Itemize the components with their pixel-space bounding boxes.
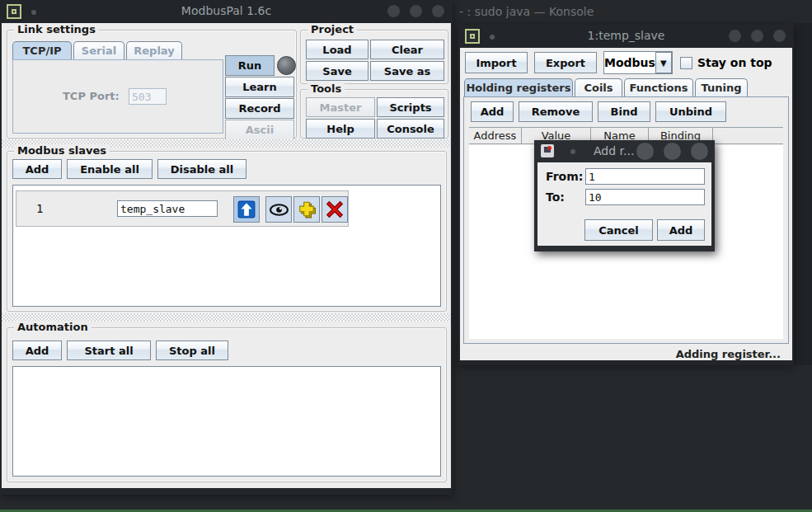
modbus-slaves-title: Modbus slaves <box>14 144 110 157</box>
maximize-button[interactable] <box>410 5 422 17</box>
implementation-combobox[interactable]: Modbus ▼ <box>603 51 673 74</box>
project-title: Project <box>307 23 357 35</box>
minimize-button[interactable] <box>387 5 400 17</box>
dialog-app-icon <box>541 144 554 157</box>
dialog-minimize-button[interactable] <box>636 143 654 160</box>
slave-id: 1 <box>36 202 43 215</box>
tcp-port-label: TCP Port: <box>63 90 120 102</box>
close-button[interactable] <box>432 5 444 17</box>
stay-on-top-label: Stay on top <box>697 56 772 69</box>
tcpip-tab-panel: TCP Port: 503 <box>12 59 223 134</box>
dialog-cancel-button[interactable]: Cancel <box>584 219 653 241</box>
export-button[interactable]: Export <box>534 52 597 73</box>
maximize-button[interactable] <box>751 30 763 42</box>
main-window-title: ModbusPal 1.6c <box>0 4 453 17</box>
tab-tcpip[interactable]: TCP/IP <box>12 41 72 59</box>
save-as-button[interactable]: Save as <box>370 61 444 81</box>
register-bind-button[interactable]: Bind <box>598 101 650 122</box>
from-label: From: <box>546 170 583 183</box>
save-button[interactable]: Save <box>306 61 368 81</box>
automation-group: Automation Add Start all Stop all <box>7 327 447 482</box>
register-unbind-button[interactable]: Unbind <box>655 101 726 122</box>
clear-button[interactable]: Clear <box>370 40 444 59</box>
link-settings-group: Link settings TCP/IP Serial Replay TCP P… <box>7 30 297 139</box>
eye-icon <box>269 204 289 216</box>
help-button[interactable]: Help <box>306 119 375 139</box>
from-field[interactable]: 1 <box>585 168 705 185</box>
slave-row[interactable]: 1 temp_slave <box>16 190 349 227</box>
slave-name-field[interactable]: temp_slave <box>117 200 218 217</box>
scripts-button[interactable]: Scripts <box>377 97 444 117</box>
tab-functions[interactable]: Functions <box>624 78 693 96</box>
column-header-address[interactable]: Address <box>469 128 522 143</box>
modbus-slaves-group: Modbus slaves Add Enable all Disable all… <box>7 151 447 312</box>
link-status-led-icon <box>277 56 296 75</box>
tab-coils[interactable]: Coils <box>575 78 622 96</box>
record-button[interactable]: Record <box>225 98 294 119</box>
minimize-button[interactable] <box>729 30 741 42</box>
chevron-down-icon: ▼ <box>655 52 672 73</box>
slave-view-button[interactable] <box>265 196 292 223</box>
master-button[interactable]: Master <box>306 97 375 117</box>
add-registers-dialog: Add r... From: 1 To: 10 Cancel Add <box>534 140 715 251</box>
enable-all-button[interactable]: Enable all <box>67 159 153 179</box>
tcp-port-field[interactable]: 503 <box>129 88 167 105</box>
up-arrow-icon <box>237 200 256 218</box>
slave-list: 1 temp_slave <box>12 185 441 307</box>
status-text: Adding register... <box>676 348 781 360</box>
start-all-button[interactable]: Start all <box>67 341 151 360</box>
dialog-titlebar[interactable]: Add r... <box>534 140 715 162</box>
main-titlebar[interactable]: ModbusPal 1.6c <box>0 0 453 23</box>
console-button[interactable]: Console <box>377 119 444 139</box>
slave-duplicate-button[interactable] <box>293 196 320 223</box>
slave-delete-button[interactable] <box>322 196 348 223</box>
konsole-window-title: - : sudo java — Konsole <box>459 5 594 18</box>
to-label: To: <box>546 190 565 204</box>
dialog-close-button[interactable] <box>691 143 708 160</box>
delete-x-icon <box>326 200 344 218</box>
dialog-body: From: 1 To: 10 Cancel Add <box>537 162 711 246</box>
tools-title: Tools <box>307 82 345 95</box>
plus-icon <box>298 200 316 218</box>
tab-replay[interactable]: Replay <box>126 41 182 59</box>
automation-add-button[interactable]: Add <box>12 341 62 360</box>
tab-serial[interactable]: Serial <box>73 41 124 59</box>
dialog-menu-dot-icon <box>570 149 575 154</box>
run-button[interactable]: Run <box>225 55 275 76</box>
tab-tuning[interactable]: Tuning <box>695 78 748 96</box>
disable-all-button[interactable]: Disable all <box>157 159 246 179</box>
tools-group: Tools Master Scripts Help Console <box>300 89 448 139</box>
slave-add-button[interactable]: Add <box>12 159 62 179</box>
stay-on-top-checkbox[interactable] <box>680 57 692 69</box>
dialog-add-button[interactable]: Add <box>657 219 705 241</box>
load-button[interactable]: Load <box>306 40 368 59</box>
column-header-filler <box>713 128 783 143</box>
slave-enable-toggle[interactable] <box>233 196 260 223</box>
dialog-title: Add r... <box>594 144 634 157</box>
dialog-maximize-button[interactable] <box>664 143 681 160</box>
stop-all-button[interactable]: Stop all <box>156 341 228 360</box>
register-remove-button[interactable]: Remove <box>519 101 593 122</box>
project-group: Project Load Clear Save Save as <box>300 30 448 84</box>
automation-title: Automation <box>14 321 92 333</box>
to-field[interactable]: 10 <box>585 189 705 205</box>
learn-button[interactable]: Learn <box>225 77 294 97</box>
main-window-body: Link settings TCP/IP Serial Replay TCP P… <box>2 23 451 488</box>
konsole-background <box>794 23 812 365</box>
combobox-value: Modbus <box>604 52 655 73</box>
close-button[interactable] <box>773 30 786 42</box>
tab-holding-registers[interactable]: Holding registers <box>464 78 573 96</box>
import-button[interactable]: Import <box>465 52 528 73</box>
automation-list <box>12 366 441 477</box>
slave-titlebar[interactable]: 1:temp_slave <box>458 25 794 48</box>
ascii-button[interactable]: Ascii <box>225 120 294 140</box>
modbuspal-main-window: ModbusPal 1.6c Link settings TCP/IP Seri… <box>0 0 453 495</box>
register-add-button[interactable]: Add <box>471 101 514 122</box>
link-settings-title: Link settings <box>14 23 99 35</box>
